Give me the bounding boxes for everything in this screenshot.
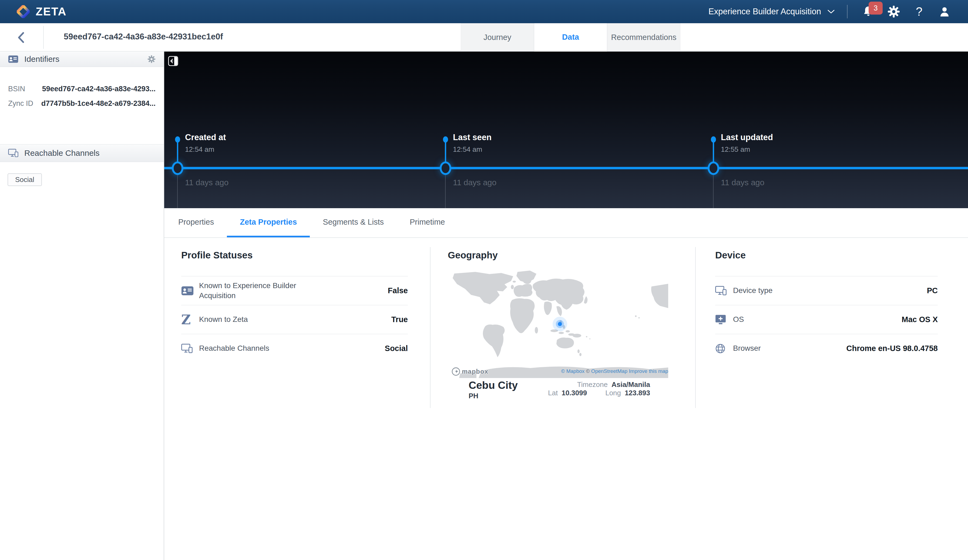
devices-icon	[715, 286, 733, 296]
main-content: Profile Statuses Known to Experience Bui…	[164, 238, 968, 560]
devices-icon	[8, 149, 18, 157]
map-attribution: © Mapbox © OpenStreetMap Improve this ma…	[561, 368, 668, 374]
improve-map-link[interactable]: Improve this map	[627, 368, 668, 374]
bsin-value: 59eed767-ca42-4a36-a83e-4293...	[42, 85, 156, 93]
identifiers-header: Identifiers	[0, 51, 164, 67]
profile-id: 59eed767-ca42-4a36-a83e-42931bec1e0f	[64, 32, 223, 41]
geography-title: Geography	[448, 250, 498, 260]
event-relative-time: 11 days ago	[185, 178, 229, 187]
map-canvas	[449, 270, 668, 378]
status-row-known-to-zeta: Z Known to Zeta True	[181, 305, 408, 334]
os-icon	[715, 315, 733, 325]
mapbox-attribution-link[interactable]: © Mapbox	[561, 368, 586, 374]
subtab-zeta-properties[interactable]: Zeta Properties	[227, 208, 310, 237]
timeline-node[interactable]	[708, 161, 719, 175]
status-label: Reachable Channels	[199, 343, 269, 353]
city-name: Cebu City	[469, 379, 518, 391]
timezone-label: Timezone	[577, 381, 608, 389]
device-title: Device	[715, 250, 746, 260]
tab-recommendations[interactable]: Recommendations	[607, 23, 680, 51]
status-value: Social	[385, 344, 408, 353]
profile-statuses-section: Profile Statuses Known to Experience Bui…	[164, 238, 430, 560]
timezone-value: Asia/Manila	[612, 381, 650, 389]
subtab-properties[interactable]: Properties	[165, 208, 227, 237]
event-label: Last seen	[453, 133, 492, 142]
workspace-label: Experience Builder Acquisition	[708, 7, 821, 17]
status-value: False	[388, 286, 408, 295]
timeline-tail	[445, 175, 446, 208]
mapbox-logo[interactable]: mapbox	[452, 367, 488, 376]
status-value: True	[391, 315, 408, 324]
country-code: PH	[469, 392, 518, 400]
subtab-primetime[interactable]: Primetime	[397, 208, 458, 237]
devices-icon	[181, 344, 199, 353]
back-button[interactable]	[13, 30, 29, 45]
lat-value: 10.3099	[562, 389, 587, 397]
subtab-segments-lists[interactable]: Segments & Lists	[310, 208, 397, 237]
device-row-type: Device type PC	[715, 276, 938, 305]
timeline-axis	[164, 167, 968, 169]
long-label: Long	[605, 389, 621, 397]
identifiers-rows: BSIN 59eed767-ca42-4a36-a83e-4293... Zyn…	[0, 67, 164, 111]
help-icon: ?	[916, 5, 922, 18]
timeline-panel: Created at 12:54 am 11 days ago Last see…	[164, 51, 968, 208]
id-card-icon	[8, 55, 18, 63]
header-divider	[43, 26, 44, 49]
event-relative-time: 11 days ago	[721, 178, 764, 187]
zeta-brand[interactable]: ZETA	[17, 5, 67, 18]
user-menu-button[interactable]	[932, 0, 957, 23]
device-row-os: OS Mac OS X	[715, 305, 938, 334]
identifiers-gear-button[interactable]	[148, 55, 156, 63]
channel-tag-social: Social	[8, 173, 42, 186]
help-button[interactable]: ?	[907, 0, 932, 23]
brand-text: ZETA	[36, 5, 67, 18]
zync-id-label: Zync ID	[8, 99, 41, 108]
geography-section: Geography	[430, 238, 695, 560]
navbar-divider	[847, 5, 847, 18]
timeline-tail	[177, 175, 178, 208]
user-icon	[938, 6, 950, 18]
geo-meta-block: Timezone Asia/Manila Lat 10.3099 Long 12…	[548, 381, 650, 397]
sidebar: Identifiers BSIN 59eed767-ca42-4a36-a83e…	[0, 51, 164, 560]
profile-statuses-rows: Known to Experience Builder Acquisition …	[181, 276, 408, 363]
mapbox-pin-icon	[452, 367, 460, 376]
zeta-logo-icon	[17, 5, 30, 18]
status-row-known-to-experience: Known to Experience Builder Acquisition …	[181, 276, 408, 305]
long-value: 123.893	[625, 389, 650, 397]
tab-journey[interactable]: Journey	[461, 23, 534, 51]
device-value: Mac OS X	[902, 315, 938, 324]
notifications-button[interactable]: 3	[856, 0, 881, 23]
collapse-sidebar-button[interactable]	[168, 56, 178, 66]
workspace-dropdown[interactable]: Experience Builder Acquisition	[708, 7, 847, 17]
event-time: 12:54 am	[185, 145, 214, 154]
event-time: 12:55 am	[721, 145, 750, 154]
zync-id-value: d7747b5b-1ce4-48e2-a679-2384...	[41, 99, 156, 108]
osm-attribution-link[interactable]: OpenStreetMap	[591, 368, 627, 374]
event-label: Created at	[185, 133, 226, 142]
status-row-reachable-channels: Reachable Channels Social	[181, 334, 408, 363]
event-time: 12:54 am	[453, 145, 482, 154]
settings-button[interactable]	[881, 0, 907, 23]
notification-badge: 3	[869, 2, 883, 15]
reachable-channels-title: Reachable Channels	[24, 149, 99, 158]
device-label: Device type	[733, 286, 772, 295]
timeline-node[interactable]	[172, 161, 183, 175]
world-map[interactable]: mapbox © Mapbox © OpenStreetMap Improve …	[449, 270, 668, 378]
tab-data[interactable]: Data	[534, 23, 607, 51]
timeline-tail	[713, 175, 714, 208]
device-label: OS	[733, 315, 744, 324]
lat-label: Lat	[548, 389, 558, 397]
zeta-z-icon: Z	[181, 313, 199, 326]
header-tabs: Journey Data Recommendations	[461, 23, 680, 51]
chevron-down-icon	[827, 10, 835, 14]
device-section: Device Device type PC	[695, 238, 968, 560]
identifier-row-zync: Zync ID d7747b5b-1ce4-48e2-a679-2384...	[8, 96, 156, 111]
geo-city-block: Cebu City PH	[469, 379, 518, 400]
event-relative-time: 11 days ago	[453, 178, 496, 187]
page-header: 59eed767-ca42-4a36-a83e-42931bec1e0f Jou…	[0, 23, 968, 51]
timeline-node[interactable]	[440, 161, 451, 175]
device-value: PC	[927, 286, 938, 295]
bsin-label: BSIN	[8, 85, 42, 93]
profile-statuses-title: Profile Statuses	[181, 250, 253, 260]
device-value: Chrome en-US 98.0.4758	[847, 344, 938, 353]
